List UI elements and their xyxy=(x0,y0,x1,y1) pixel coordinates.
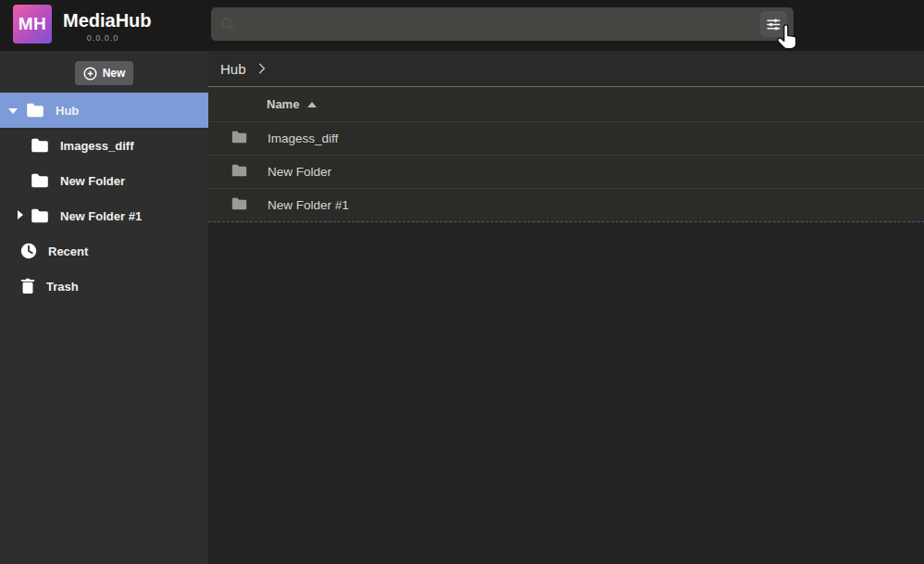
plus-circle-icon xyxy=(83,67,97,81)
sidebar-item-recent[interactable]: Recent xyxy=(0,233,208,269)
app-logo-text: MH xyxy=(19,14,47,34)
table-row-new-folder-1[interactable]: New Folder #1 xyxy=(208,189,924,222)
trash-icon xyxy=(20,278,35,295)
folder-icon xyxy=(31,173,49,188)
row-name: New Folder #1 xyxy=(268,198,349,212)
row-name: New Folder xyxy=(268,165,331,179)
sidebar-item-label: Hub xyxy=(56,104,79,118)
app-title: MediaHub xyxy=(63,10,152,31)
new-button-label: New xyxy=(103,67,126,80)
sidebar-item-new-folder[interactable]: New Folder xyxy=(0,163,208,198)
filter-button[interactable] xyxy=(760,11,787,37)
sidebar-item-label: Recent xyxy=(48,244,88,258)
folder-icon xyxy=(231,164,247,180)
main-content: Hub Name Imagess_diff New Folder xyxy=(208,51,924,564)
new-button[interactable]: New xyxy=(75,61,133,85)
sidebar: New Hub Imagess_diff New Folder xyxy=(0,51,208,564)
breadcrumb: Hub xyxy=(208,51,924,87)
sidebar-item-label: New Folder #1 xyxy=(60,209,142,223)
sidebar-item-hub[interactable]: Hub xyxy=(0,93,208,128)
search-bar[interactable] xyxy=(211,7,793,41)
row-name: Imagess_diff xyxy=(268,132,338,145)
sort-ascending-icon[interactable] xyxy=(307,102,317,107)
folder-icon xyxy=(231,197,247,213)
caret-down-icon[interactable] xyxy=(8,108,18,114)
folder-tree: Hub Imagess_diff New Folder New Fol xyxy=(0,93,208,304)
tune-filter-icon xyxy=(766,17,781,32)
sidebar-item-imagess-diff[interactable]: Imagess_diff xyxy=(0,128,208,163)
sidebar-item-label: Trash xyxy=(46,280,79,294)
topbar: MH MediaHub 0.0.0.0 xyxy=(0,0,924,51)
app-window: MH MediaHub 0.0.0.0 xyxy=(0,0,924,564)
clock-icon xyxy=(20,243,37,259)
search-input[interactable] xyxy=(241,7,759,41)
folder-icon xyxy=(31,138,49,153)
caret-right-icon[interactable] xyxy=(18,210,23,219)
table-header: Name xyxy=(208,87,924,122)
folder-icon xyxy=(26,103,44,118)
table-row-new-folder[interactable]: New Folder xyxy=(208,156,924,189)
folder-icon xyxy=(231,131,247,146)
search-icon xyxy=(219,16,236,32)
sidebar-item-label: New Folder xyxy=(60,174,125,188)
app-version: 0.0.0.0 xyxy=(63,33,143,43)
sidebar-item-trash[interactable]: Trash xyxy=(0,269,208,304)
breadcrumb-hub[interactable]: Hub xyxy=(220,61,246,77)
app-logo: MH xyxy=(13,5,52,44)
sidebar-item-new-folder-1[interactable]: New Folder #1 xyxy=(0,198,208,233)
sidebar-item-label: Imagess_diff xyxy=(60,139,133,153)
table-row-imagess-diff[interactable]: Imagess_diff xyxy=(208,122,924,156)
folder-icon xyxy=(31,208,49,223)
column-header-name[interactable]: Name xyxy=(267,97,299,111)
chevron-right-icon xyxy=(256,62,268,75)
